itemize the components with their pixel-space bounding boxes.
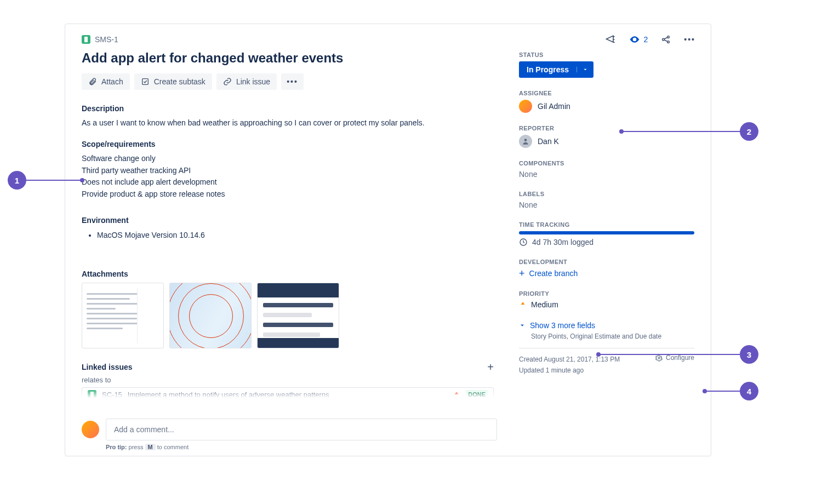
development-label: DEVELOPMENT bbox=[519, 259, 694, 265]
annotation-bubble: 2 bbox=[740, 122, 758, 141]
chevron-down-icon bbox=[576, 67, 588, 72]
components-block[interactable]: COMPONENTS None bbox=[519, 160, 694, 179]
annotation-bubble: 3 bbox=[740, 345, 758, 364]
components-value: None bbox=[519, 170, 537, 179]
create-branch-link[interactable]: + Create branch bbox=[519, 268, 694, 278]
attachment-thumb[interactable] bbox=[257, 283, 339, 348]
created-stamp: Created August 21, 2017, 1:13 PM bbox=[519, 354, 620, 365]
attachments-heading: Attachments bbox=[82, 270, 494, 278]
comment-protip: Pro tip: press M to comment bbox=[106, 444, 497, 450]
avatar bbox=[519, 100, 532, 113]
protip-key: M bbox=[145, 444, 156, 450]
avatar bbox=[519, 135, 532, 148]
labels-value: None bbox=[519, 201, 537, 209]
attachment-thumb[interactable] bbox=[169, 283, 252, 348]
svg-point-0 bbox=[634, 38, 636, 40]
labels-label: LABELS bbox=[519, 191, 694, 197]
protip-label: Pro tip: bbox=[106, 444, 127, 450]
share-icon[interactable] bbox=[661, 35, 671, 44]
annotation-1: 1 bbox=[8, 171, 26, 190]
attachments-row bbox=[82, 283, 494, 348]
protip-text: to comment bbox=[157, 444, 189, 450]
assignee-label: ASSIGNEE bbox=[519, 90, 694, 96]
link-issue-button[interactable]: Link issue bbox=[216, 73, 277, 90]
plus-icon: + bbox=[519, 268, 525, 278]
time-logged: 4d 7h 30m logged bbox=[532, 238, 593, 247]
svg-point-5 bbox=[524, 139, 527, 141]
clock-icon bbox=[519, 238, 528, 247]
priority-medium-icon bbox=[519, 301, 527, 308]
create-subtask-button[interactable]: Create subtask bbox=[134, 73, 212, 90]
main-content: SMS-1 Add app alert for changed weather … bbox=[65, 24, 513, 456]
annotation-bubble: 4 bbox=[740, 382, 758, 400]
action-row: Attach Create subtask Link issue ••• bbox=[82, 73, 494, 90]
svg-rect-4 bbox=[142, 79, 148, 85]
breadcrumb: SMS-1 bbox=[82, 35, 494, 44]
avatar bbox=[82, 421, 99, 438]
comment-area: Add a comment... Pro tip: press M to com… bbox=[82, 419, 497, 450]
issue-card: 2 ••• SMS-1 Add app alert for changed we… bbox=[65, 24, 711, 456]
status-block: STATUS In Progress bbox=[519, 51, 694, 78]
create-branch-label: Create branch bbox=[529, 269, 578, 278]
scope-line: Software change only bbox=[82, 153, 494, 165]
time-tracking-label: TIME TRACKING bbox=[519, 221, 694, 228]
priority-value: Medium bbox=[531, 300, 558, 309]
time-tracking-bar bbox=[519, 231, 694, 234]
priority-block[interactable]: PRIORITY Medium bbox=[519, 290, 694, 309]
subtask-label: Create subtask bbox=[154, 77, 206, 86]
svg-point-7 bbox=[658, 357, 660, 358]
time-tracking-block[interactable]: TIME TRACKING 4d 7h 30m logged bbox=[519, 221, 694, 247]
updated-stamp: Updated 1 minute ago bbox=[519, 365, 620, 376]
show-more-fields[interactable]: Show 3 more fields bbox=[519, 321, 595, 330]
assignee-block[interactable]: ASSIGNEE Gil Admin bbox=[519, 90, 694, 113]
linked-relation: relates to bbox=[82, 376, 494, 384]
assignee-name: Gil Admin bbox=[538, 102, 570, 111]
attach-label: Attach bbox=[101, 77, 123, 86]
description-body[interactable]: As a user I want to know when bad weathe… bbox=[82, 117, 494, 129]
environment-item: MacOS Mojave Version 10.14.6 bbox=[97, 229, 494, 241]
status-dropdown[interactable]: In Progress bbox=[519, 61, 593, 78]
feedback-icon[interactable] bbox=[605, 34, 616, 45]
components-label: COMPONENTS bbox=[519, 160, 694, 167]
watch-button[interactable]: 2 bbox=[629, 34, 648, 45]
priority-label: PRIORITY bbox=[519, 290, 694, 297]
show-more-sub: Story Points, Original Estimate and Due … bbox=[531, 333, 694, 340]
annotation-bubble: 1 bbox=[8, 171, 26, 190]
status-value: In Progress bbox=[527, 65, 569, 74]
reporter-label: REPORTER bbox=[519, 125, 694, 131]
linked-issues-header: Linked issues + bbox=[82, 362, 494, 373]
add-linked-issue-button[interactable]: + bbox=[487, 362, 494, 373]
story-icon bbox=[82, 35, 90, 44]
scope-line: Third party weather tracking API bbox=[82, 165, 494, 177]
more-actions-icon[interactable]: ••• bbox=[684, 35, 695, 44]
linked-heading: Linked issues bbox=[82, 363, 133, 371]
attachment-thumb[interactable] bbox=[82, 283, 164, 348]
side-panel: STATUS In Progress ASSIGNEE Gil Admin RE… bbox=[513, 24, 711, 456]
meta-row: Created August 21, 2017, 1:13 PM Updated… bbox=[519, 354, 694, 376]
labels-block[interactable]: LABELS None bbox=[519, 191, 694, 209]
link-label: Link issue bbox=[236, 77, 270, 86]
show-more-label: Show 3 more fields bbox=[530, 321, 595, 330]
page-title[interactable]: Add app alert for changed weather events bbox=[82, 50, 494, 66]
attach-button[interactable]: Attach bbox=[82, 73, 130, 90]
configure-link[interactable]: Configure bbox=[655, 354, 694, 362]
linked-issue-container: SC-15 Implement a method to notify users… bbox=[82, 387, 494, 402]
development-block: DEVELOPMENT + Create branch bbox=[519, 259, 694, 278]
environment-heading: Environment bbox=[82, 216, 494, 225]
divider bbox=[519, 348, 694, 348]
show-more-block: Show 3 more fields Story Points, Origina… bbox=[519, 321, 694, 340]
scope-list[interactable]: Software change only Third party weather… bbox=[82, 153, 494, 201]
reporter-block[interactable]: REPORTER Dan K bbox=[519, 125, 694, 148]
top-actions: 2 ••• bbox=[605, 34, 695, 45]
scope-heading: Scope/requirements bbox=[82, 140, 494, 148]
reporter-name: Dan K bbox=[538, 137, 559, 146]
comment-input[interactable]: Add a comment... bbox=[106, 419, 497, 440]
issue-key-link[interactable]: SMS-1 bbox=[95, 35, 118, 44]
environment-list[interactable]: MacOS Mojave Version 10.14.6 bbox=[82, 229, 494, 241]
more-action-button[interactable]: ••• bbox=[281, 73, 304, 90]
configure-label: Configure bbox=[666, 354, 694, 362]
scope-line: Does not include app alert development bbox=[82, 176, 494, 188]
scope-line: Provide product & app store release note… bbox=[82, 188, 494, 201]
protip-text: press bbox=[129, 444, 144, 450]
description-heading: Description bbox=[82, 104, 494, 113]
